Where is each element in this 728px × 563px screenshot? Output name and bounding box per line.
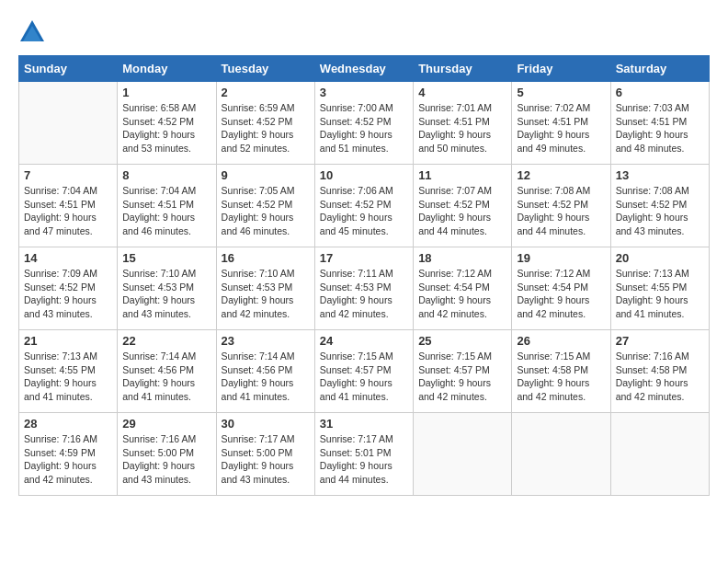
calendar-cell: 3 Sunrise: 7:00 AM Sunset: 4:52 PM Dayli… <box>314 82 413 165</box>
day-info: Sunrise: 7:05 AM Sunset: 4:52 PM Dayligh… <box>222 184 310 238</box>
calendar-cell: 8 Sunrise: 7:04 AM Sunset: 4:51 PM Dayli… <box>118 165 216 247</box>
day-info: Sunrise: 7:04 AM Sunset: 4:51 PM Dayligh… <box>24 184 112 238</box>
day-number: 15 <box>122 251 210 265</box>
calendar-cell: 21 Sunrise: 7:13 AM Sunset: 4:55 PM Dayl… <box>19 330 118 413</box>
weekday-header: Friday <box>512 56 610 82</box>
calendar-week-row: 1 Sunrise: 6:58 AM Sunset: 4:52 PM Dayli… <box>19 82 710 165</box>
calendar-week-row: 28 Sunrise: 7:16 AM Sunset: 4:59 PM Dayl… <box>19 413 710 496</box>
day-number: 21 <box>24 334 112 348</box>
day-number: 4 <box>418 86 506 99</box>
calendar-table: SundayMondayTuesdayWednesdayThursdayFrid… <box>18 55 710 496</box>
calendar-cell: 23 Sunrise: 7:14 AM Sunset: 4:56 PM Dayl… <box>216 330 314 413</box>
day-info: Sunrise: 7:15 AM Sunset: 4:57 PM Dayligh… <box>418 350 506 404</box>
calendar-cell: 22 Sunrise: 7:14 AM Sunset: 4:56 PM Dayl… <box>118 330 216 413</box>
weekday-header: Wednesday <box>314 56 413 82</box>
day-info: Sunrise: 7:00 AM Sunset: 4:52 PM Dayligh… <box>320 101 408 155</box>
calendar-cell: 10 Sunrise: 7:06 AM Sunset: 4:52 PM Dayl… <box>314 165 413 247</box>
day-number: 29 <box>122 417 210 431</box>
weekday-header: Monday <box>118 56 216 82</box>
day-number: 1 <box>122 86 210 99</box>
page-header <box>18 18 710 46</box>
weekday-header: Sunday <box>19 56 118 82</box>
day-number: 9 <box>222 168 310 182</box>
day-number: 3 <box>320 86 408 99</box>
calendar-cell <box>414 413 512 496</box>
calendar-cell <box>19 82 118 165</box>
calendar-cell <box>512 413 610 496</box>
day-info: Sunrise: 7:08 AM Sunset: 4:52 PM Dayligh… <box>517 184 605 238</box>
day-number: 11 <box>418 168 506 182</box>
day-info: Sunrise: 7:13 AM Sunset: 4:55 PM Dayligh… <box>24 350 112 404</box>
calendar-cell: 12 Sunrise: 7:08 AM Sunset: 4:52 PM Dayl… <box>512 165 610 247</box>
calendar-cell: 29 Sunrise: 7:16 AM Sunset: 5:00 PM Dayl… <box>118 413 216 496</box>
calendar-cell: 5 Sunrise: 7:02 AM Sunset: 4:51 PM Dayli… <box>512 82 610 165</box>
day-info: Sunrise: 7:06 AM Sunset: 4:52 PM Dayligh… <box>320 184 408 238</box>
calendar-cell: 26 Sunrise: 7:15 AM Sunset: 4:58 PM Dayl… <box>512 330 610 413</box>
day-info: Sunrise: 7:03 AM Sunset: 4:51 PM Dayligh… <box>616 101 704 155</box>
day-number: 8 <box>122 168 210 182</box>
weekday-header: Saturday <box>610 56 709 82</box>
logo <box>18 18 50 46</box>
day-info: Sunrise: 7:10 AM Sunset: 4:53 PM Dayligh… <box>222 267 310 321</box>
calendar-week-row: 14 Sunrise: 7:09 AM Sunset: 4:52 PM Dayl… <box>19 247 710 330</box>
day-number: 25 <box>418 334 506 348</box>
day-number: 7 <box>24 168 112 182</box>
day-number: 20 <box>616 251 704 265</box>
calendar-cell: 16 Sunrise: 7:10 AM Sunset: 4:53 PM Dayl… <box>216 247 314 330</box>
day-number: 28 <box>24 417 112 431</box>
day-info: Sunrise: 7:12 AM Sunset: 4:54 PM Dayligh… <box>517 267 605 321</box>
day-info: Sunrise: 7:16 AM Sunset: 4:59 PM Dayligh… <box>24 432 112 487</box>
day-info: Sunrise: 7:04 AM Sunset: 4:51 PM Dayligh… <box>122 184 210 238</box>
weekday-header: Tuesday <box>216 56 314 82</box>
day-number: 30 <box>222 417 310 431</box>
day-info: Sunrise: 7:08 AM Sunset: 4:52 PM Dayligh… <box>616 184 704 238</box>
day-number: 31 <box>320 417 408 431</box>
calendar-cell: 7 Sunrise: 7:04 AM Sunset: 4:51 PM Dayli… <box>19 165 118 247</box>
day-info: Sunrise: 7:17 AM Sunset: 5:01 PM Dayligh… <box>320 432 408 487</box>
day-number: 12 <box>517 168 605 182</box>
calendar-cell: 27 Sunrise: 7:16 AM Sunset: 4:58 PM Dayl… <box>610 330 709 413</box>
calendar-cell: 25 Sunrise: 7:15 AM Sunset: 4:57 PM Dayl… <box>414 330 512 413</box>
day-number: 2 <box>222 86 310 99</box>
day-info: Sunrise: 7:13 AM Sunset: 4:55 PM Dayligh… <box>616 267 704 321</box>
weekday-header-row: SundayMondayTuesdayWednesdayThursdayFrid… <box>19 56 710 82</box>
day-number: 26 <box>517 334 605 348</box>
day-number: 18 <box>418 251 506 265</box>
day-number: 13 <box>616 168 704 182</box>
calendar-cell: 20 Sunrise: 7:13 AM Sunset: 4:55 PM Dayl… <box>610 247 709 330</box>
day-number: 10 <box>320 168 408 182</box>
calendar-cell: 14 Sunrise: 7:09 AM Sunset: 4:52 PM Dayl… <box>19 247 118 330</box>
calendar-cell: 17 Sunrise: 7:11 AM Sunset: 4:53 PM Dayl… <box>314 247 413 330</box>
calendar-cell: 11 Sunrise: 7:07 AM Sunset: 4:52 PM Dayl… <box>414 165 512 247</box>
calendar-cell: 15 Sunrise: 7:10 AM Sunset: 4:53 PM Dayl… <box>118 247 216 330</box>
calendar-cell: 1 Sunrise: 6:58 AM Sunset: 4:52 PM Dayli… <box>118 82 216 165</box>
calendar-cell: 18 Sunrise: 7:12 AM Sunset: 4:54 PM Dayl… <box>414 247 512 330</box>
calendar-cell: 19 Sunrise: 7:12 AM Sunset: 4:54 PM Dayl… <box>512 247 610 330</box>
day-info: Sunrise: 6:59 AM Sunset: 4:52 PM Dayligh… <box>222 101 310 155</box>
calendar-week-row: 7 Sunrise: 7:04 AM Sunset: 4:51 PM Dayli… <box>19 165 710 247</box>
calendar-week-row: 21 Sunrise: 7:13 AM Sunset: 4:55 PM Dayl… <box>19 330 710 413</box>
day-info: Sunrise: 6:58 AM Sunset: 4:52 PM Dayligh… <box>122 101 210 155</box>
calendar-cell <box>610 413 709 496</box>
day-info: Sunrise: 7:07 AM Sunset: 4:52 PM Dayligh… <box>418 184 506 238</box>
day-number: 24 <box>320 334 408 348</box>
day-number: 19 <box>517 251 605 265</box>
day-info: Sunrise: 7:16 AM Sunset: 4:58 PM Dayligh… <box>616 350 704 404</box>
day-info: Sunrise: 7:15 AM Sunset: 4:58 PM Dayligh… <box>517 350 605 404</box>
calendar-cell: 28 Sunrise: 7:16 AM Sunset: 4:59 PM Dayl… <box>19 413 118 496</box>
day-info: Sunrise: 7:01 AM Sunset: 4:51 PM Dayligh… <box>418 101 506 155</box>
day-info: Sunrise: 7:02 AM Sunset: 4:51 PM Dayligh… <box>517 101 605 155</box>
calendar-cell: 2 Sunrise: 6:59 AM Sunset: 4:52 PM Dayli… <box>216 82 314 165</box>
day-info: Sunrise: 7:09 AM Sunset: 4:52 PM Dayligh… <box>24 267 112 321</box>
calendar-cell: 31 Sunrise: 7:17 AM Sunset: 5:01 PM Dayl… <box>314 413 413 496</box>
day-info: Sunrise: 7:11 AM Sunset: 4:53 PM Dayligh… <box>320 267 408 321</box>
calendar-cell: 30 Sunrise: 7:17 AM Sunset: 5:00 PM Dayl… <box>216 413 314 496</box>
day-number: 22 <box>122 334 210 348</box>
calendar-cell: 6 Sunrise: 7:03 AM Sunset: 4:51 PM Dayli… <box>610 82 709 165</box>
day-number: 16 <box>222 251 310 265</box>
day-info: Sunrise: 7:17 AM Sunset: 5:00 PM Dayligh… <box>222 432 310 487</box>
calendar-cell: 4 Sunrise: 7:01 AM Sunset: 4:51 PM Dayli… <box>414 82 512 165</box>
day-info: Sunrise: 7:12 AM Sunset: 4:54 PM Dayligh… <box>418 267 506 321</box>
calendar-cell: 24 Sunrise: 7:15 AM Sunset: 4:57 PM Dayl… <box>314 330 413 413</box>
day-number: 27 <box>616 334 704 348</box>
